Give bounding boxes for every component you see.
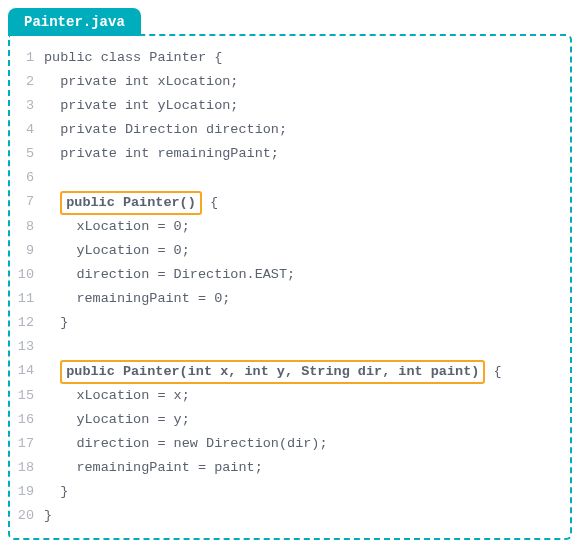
line-number: 18 [16, 456, 44, 480]
code-text: public Painter(int x, int y, String dir,… [44, 359, 556, 384]
code-line: 13 [16, 335, 556, 359]
line-number: 8 [16, 215, 44, 239]
line-number: 19 [16, 480, 44, 504]
line-number: 11 [16, 287, 44, 311]
code-line: 18 remainingPaint = paint; [16, 456, 556, 480]
code-line: 2 private int xLocation; [16, 70, 556, 94]
code-text: direction = Direction.EAST; [44, 263, 556, 287]
file-tab: Painter.java [8, 8, 141, 36]
code-line: 10 direction = Direction.EAST; [16, 263, 556, 287]
line-number: 4 [16, 118, 44, 142]
code-text: public Painter() { [44, 190, 556, 215]
code-line: 17 direction = new Direction(dir); [16, 432, 556, 456]
line-number: 6 [16, 166, 44, 190]
code-text: direction = new Direction(dir); [44, 432, 556, 456]
line-number: 16 [16, 408, 44, 432]
code-text: xLocation = x; [44, 384, 556, 408]
code-line: 5 private int remainingPaint; [16, 142, 556, 166]
code-line: 3 private int yLocation; [16, 94, 556, 118]
line-number: 15 [16, 384, 44, 408]
code-line: 11 remainingPaint = 0; [16, 287, 556, 311]
line-number: 14 [16, 359, 44, 383]
code-container: 1public class Painter {2 private int xLo… [8, 34, 572, 540]
code-text: yLocation = y; [44, 408, 556, 432]
code-line: 20} [16, 504, 556, 528]
code-text: } [44, 311, 556, 335]
line-number: 9 [16, 239, 44, 263]
code-text: xLocation = 0; [44, 215, 556, 239]
highlight-box: public Painter() [60, 191, 202, 215]
line-number: 13 [16, 335, 44, 359]
code-text: public class Painter { [44, 46, 556, 70]
code-line: 4 private Direction direction; [16, 118, 556, 142]
highlight-box: public Painter(int x, int y, String dir,… [60, 360, 485, 384]
code-line: 9 yLocation = 0; [16, 239, 556, 263]
line-number: 3 [16, 94, 44, 118]
line-number: 12 [16, 311, 44, 335]
line-number: 1 [16, 46, 44, 70]
line-number: 7 [16, 190, 44, 214]
code-text: remainingPaint = 0; [44, 287, 556, 311]
code-line: 15 xLocation = x; [16, 384, 556, 408]
code-text: remainingPaint = paint; [44, 456, 556, 480]
line-number: 10 [16, 263, 44, 287]
code-text: private int remainingPaint; [44, 142, 556, 166]
code-text: yLocation = 0; [44, 239, 556, 263]
code-line: 7 public Painter() { [16, 190, 556, 215]
line-number: 17 [16, 432, 44, 456]
code-text: } [44, 480, 556, 504]
code-line: 6 [16, 166, 556, 190]
code-text: private int yLocation; [44, 94, 556, 118]
code-line: 8 xLocation = 0; [16, 215, 556, 239]
line-number: 2 [16, 70, 44, 94]
code-after: { [202, 195, 218, 210]
code-text: } [44, 504, 556, 528]
line-number: 5 [16, 142, 44, 166]
code-line: 12 } [16, 311, 556, 335]
code-after: { [485, 364, 501, 379]
code-line: 16 yLocation = y; [16, 408, 556, 432]
code-line: 1public class Painter { [16, 46, 556, 70]
code-line: 19 } [16, 480, 556, 504]
code-text: private int xLocation; [44, 70, 556, 94]
code-line: 14 public Painter(int x, int y, String d… [16, 359, 556, 384]
line-number: 20 [16, 504, 44, 528]
code-text: private Direction direction; [44, 118, 556, 142]
